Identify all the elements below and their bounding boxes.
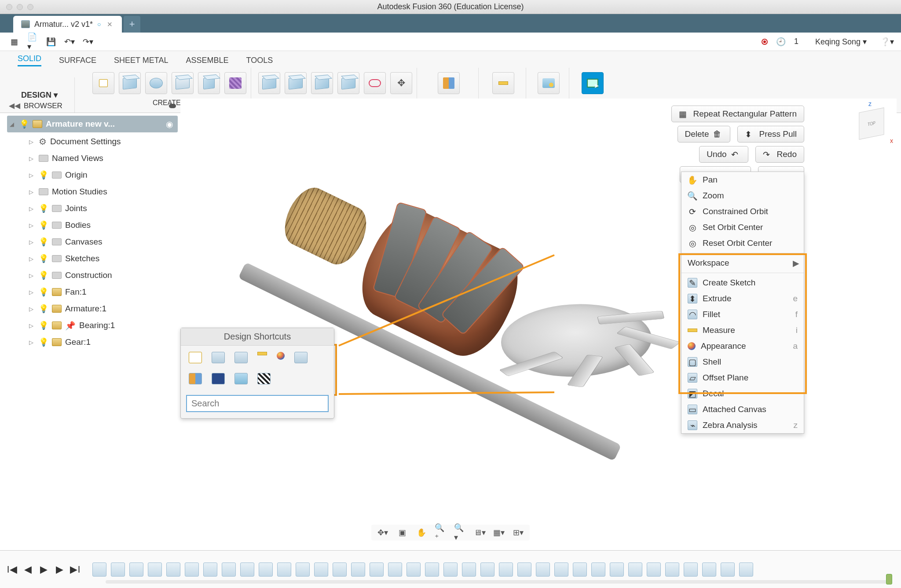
timeline-feature[interactable]	[573, 562, 587, 577]
shortcut-measure-icon[interactable]	[257, 352, 267, 355]
expand-icon[interactable]: ▷	[29, 139, 35, 145]
menu-item-shell[interactable]: ▢Shell	[681, 354, 804, 370]
undo-icon[interactable]: ↶▾	[64, 37, 75, 47]
shortcut-zebra-icon[interactable]	[257, 373, 271, 384]
expand-icon[interactable]: ▷	[29, 289, 35, 296]
expand-icon[interactable]: ▷	[29, 205, 35, 212]
create-box-button[interactable]	[119, 72, 141, 94]
press-pull-button-ctx[interactable]: ⬍Press Pull	[737, 126, 804, 142]
timeline-marker[interactable]	[886, 574, 892, 584]
timeline-feature[interactable]	[351, 562, 365, 577]
viewcube-face[interactable]: TOP	[859, 107, 884, 139]
record-icon[interactable]	[762, 39, 768, 45]
shortcut-extrude-icon[interactable]	[212, 352, 225, 363]
timeline-feature[interactable]	[610, 562, 624, 577]
menu-item-constrained-orbit[interactable]: ⟳Constrained Orbit	[681, 204, 804, 219]
menu-item-extrude[interactable]: ⬍Extrudee	[681, 291, 804, 307]
menu-item-reset-orbit-center[interactable]: ◎Reset Orbit Center	[681, 235, 804, 251]
shortcut-sketch-icon[interactable]	[189, 352, 202, 363]
timeline-feature[interactable]	[425, 562, 439, 577]
expand-icon[interactable]: ▷	[29, 256, 35, 262]
timeline-feature[interactable]	[203, 562, 217, 577]
timeline-feature[interactable]	[240, 562, 254, 577]
bulb-icon[interactable]: 💡	[19, 119, 29, 129]
shortcut-fillet-icon[interactable]	[234, 352, 248, 363]
expand-icon[interactable]: ▷	[29, 272, 35, 279]
timeline-feature[interactable]	[388, 562, 402, 577]
tree-item[interactable]: ▷💡Bodies	[4, 217, 180, 234]
construct-plane-button[interactable]	[438, 72, 460, 94]
tree-item[interactable]: ▷Named Views	[4, 150, 180, 167]
menu-item-zoom[interactable]: 🔍Zoom	[681, 188, 804, 204]
timeline-feature[interactable]	[647, 562, 661, 577]
select-button[interactable]: ➤	[582, 72, 604, 94]
bulb-icon[interactable]: 💡	[39, 337, 48, 347]
bulb-icon[interactable]: 💡	[39, 270, 48, 280]
timeline-feature[interactable]	[166, 562, 180, 577]
tree-item[interactable]: ▷💡Canvases	[4, 234, 180, 250]
timeline-feature[interactable]	[185, 562, 199, 577]
timeline-feature[interactable]	[222, 562, 236, 577]
tree-item[interactable]: ▷💡Sketches	[4, 250, 180, 267]
combine-button[interactable]	[337, 72, 359, 94]
timeline-feature[interactable]	[370, 562, 384, 577]
timeline-feature[interactable]	[277, 562, 291, 577]
menu-item-attached-canvas[interactable]: ▭Attached Canvas	[681, 402, 804, 417]
redo-icon[interactable]: ↷▾	[83, 37, 93, 47]
shell-button[interactable]	[311, 72, 333, 94]
split-button[interactable]	[364, 72, 386, 94]
shortcut-plane-icon[interactable]	[189, 373, 202, 384]
timeline-feature[interactable]	[665, 562, 679, 577]
tab-tools[interactable]: TOOLS	[246, 56, 273, 65]
document-tab[interactable]: Armatur... v2 v1* ○ ×	[13, 16, 122, 33]
timeline-prev-button[interactable]: ◀	[22, 564, 33, 575]
timeline-feature[interactable]	[739, 562, 753, 577]
timeline-scrubber[interactable]	[106, 580, 892, 584]
expand-icon[interactable]: ▷	[29, 155, 35, 162]
tab-sheet-metal[interactable]: SHEET METAL	[114, 56, 168, 65]
tree-item[interactable]: ▷💡Fan:1	[4, 284, 180, 300]
menu-item-create-sketch[interactable]: ✎Create Sketch	[681, 275, 804, 291]
expand-icon[interactable]: ▷	[29, 322, 35, 329]
timeline-feature[interactable]	[554, 562, 568, 577]
tab-assemble[interactable]: ASSEMBLE	[186, 56, 228, 65]
timeline-feature[interactable]	[462, 562, 476, 577]
tree-item[interactable]: ▷💡Origin	[4, 167, 180, 183]
radio-icon[interactable]: ◉	[166, 119, 173, 129]
move-button[interactable]: ✥	[390, 72, 412, 94]
job-status-icon[interactable]: 🕘	[776, 37, 786, 47]
menu-item-set-orbit-center[interactable]: ◎Set Orbit Center	[681, 219, 804, 235]
browser-collapse-icon[interactable]: ◀◀	[9, 101, 20, 110]
new-tab-button[interactable]: +	[124, 16, 140, 33]
menu-item-fillet[interactable]: ◠Filletf	[681, 307, 804, 322]
timeline-feature[interactable]	[259, 562, 273, 577]
tree-item[interactable]: ▷💡Construction	[4, 267, 180, 284]
timeline-next-button[interactable]: ▶	[54, 564, 65, 575]
shortcut-canvas-icon[interactable]	[234, 373, 248, 384]
tab-solid[interactable]: SOLID	[18, 54, 41, 66]
tree-item[interactable]: ▷⚙Document Settings	[4, 133, 180, 150]
tab-surface[interactable]: SURFACE	[59, 56, 96, 65]
create-loft-button[interactable]	[198, 72, 220, 94]
pan-icon[interactable]: ✋	[415, 527, 428, 538]
tree-root[interactable]: ◢ 💡 Armature new v... ◉	[7, 116, 178, 132]
tree-item[interactable]: ▷💡Gear:1	[4, 334, 180, 351]
menu-item-offset-plane[interactable]: ▱Offset Plane	[681, 370, 804, 386]
grid-icon[interactable]: ▦▾	[493, 527, 505, 538]
viewports-icon[interactable]: ⊞▾	[512, 527, 524, 538]
menu-item-measure[interactable]: Measurei	[681, 322, 804, 338]
menu-item-appearance[interactable]: Appearancea	[681, 338, 804, 354]
display-icon[interactable]: 🖥▾	[473, 527, 486, 538]
bulb-icon[interactable]: 💡	[39, 220, 48, 230]
viewcube[interactable]: z TOP x	[851, 103, 890, 142]
create-revolve-button[interactable]	[145, 72, 167, 94]
bulb-icon[interactable]: 💡	[39, 237, 48, 247]
bulb-icon[interactable]: 💡	[39, 170, 48, 180]
press-pull-button[interactable]	[258, 72, 280, 94]
timeline-feature[interactable]	[443, 562, 458, 577]
bulb-icon[interactable]: 💡	[39, 254, 48, 263]
zoom-icon[interactable]: 🔍⁺	[435, 527, 447, 538]
menu-item-decal[interactable]: ◩Decal	[681, 386, 804, 402]
timeline-end-button[interactable]: ▶I	[70, 564, 81, 575]
insert-button[interactable]	[538, 72, 560, 94]
